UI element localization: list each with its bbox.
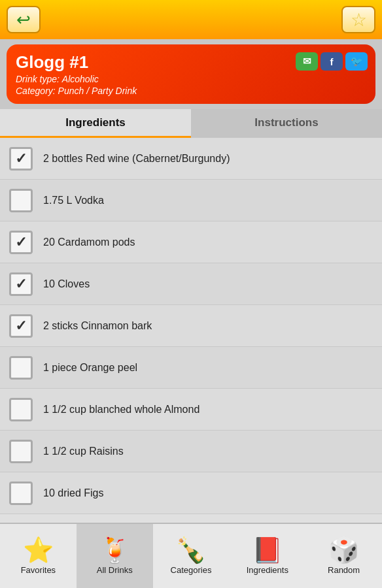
back-button[interactable]: ↩ <box>7 6 41 33</box>
all-drinks-nav-label: All Drinks <box>97 565 133 575</box>
ingredient-checkbox[interactable]: ✓ <box>9 147 33 171</box>
checkmark-icon: ✓ <box>15 152 27 166</box>
nav-item-favorites[interactable]: ⭐ Favorites <box>0 524 77 588</box>
ingredient-text: 10 Cloves <box>43 278 90 290</box>
ingredient-text: 2 bottles Red wine (Cabernet/Burgundy) <box>43 153 230 165</box>
ingredient-checkbox[interactable] <box>9 440 33 463</box>
nav-item-ingredients-nav[interactable]: 📕 Ingredients <box>229 524 305 588</box>
ingredient-checkbox[interactable]: ✓ <box>9 231 33 254</box>
social-icons-group: ✉ f 🐦 <box>296 52 368 71</box>
twitter-share-button[interactable]: 🐦 <box>345 52 368 71</box>
favorites-nav-label: Favorites <box>21 565 56 575</box>
ingredient-checkbox[interactable] <box>9 398 33 421</box>
ingredient-checkbox[interactable] <box>9 356 33 380</box>
ingredients-nav-nav-label: Ingredients <box>247 565 288 575</box>
ingredient-text: 1 1/2 cup blanched whole Almond <box>43 404 200 416</box>
drink-category-meta: Category: Punch / Party Drink <box>16 86 366 96</box>
ingredient-item[interactable]: ✓ 2 sticks Cinnamon bark <box>0 305 382 347</box>
ingredients-nav-nav-icon: 📕 <box>252 538 283 563</box>
ingredient-checkbox[interactable]: ✓ <box>9 314 33 338</box>
top-bar: ↩ ☆ <box>0 0 382 39</box>
nav-item-random[interactable]: 🎲 Random <box>305 524 382 588</box>
facebook-share-button[interactable]: f <box>321 52 343 71</box>
ingredient-text: 10 dried Figs <box>43 487 104 499</box>
drink-header-card: Glogg #1 Drink type: Alcoholic Category:… <box>7 44 375 104</box>
ingredient-text: 20 Cardamom pods <box>43 237 135 248</box>
ingredient-text: 1 piece Orange peel <box>43 362 137 374</box>
ingredient-checkbox[interactable] <box>9 482 33 505</box>
tab-instructions[interactable]: Instructions <box>191 109 382 138</box>
ingredient-item[interactable]: ✓ 10 Cloves <box>0 263 382 305</box>
ingredient-item[interactable]: 1 1/2 cup blanched whole Almond <box>0 389 382 431</box>
drink-type-label: Drink type: <box>16 74 60 84</box>
ingredients-list: ✓ 2 bottles Red wine (Cabernet/Burgundy)… <box>0 138 382 530</box>
favorites-nav-icon: ⭐ <box>23 538 54 563</box>
category-value: Punch / Party Drink <box>58 86 137 96</box>
categories-nav-icon: 🍾 <box>175 538 206 563</box>
category-label: Category: <box>16 86 56 96</box>
checkmark-icon: ✓ <box>15 235 27 250</box>
all-drinks-nav-icon: 🍹 <box>99 538 130 563</box>
tab-bar: Ingredients Instructions <box>0 109 382 138</box>
back-icon: ↩ <box>16 10 31 30</box>
ingredient-item[interactable]: 10 dried Figs <box>0 472 382 514</box>
ingredient-text: 2 sticks Cinnamon bark <box>43 320 152 332</box>
ingredient-item[interactable]: 1.75 L Vodka <box>0 180 382 221</box>
categories-nav-label: Categories <box>171 565 212 575</box>
favorite-button[interactable]: ☆ <box>341 6 375 33</box>
ingredient-item[interactable]: ✓ 2 bottles Red wine (Cabernet/Burgundy) <box>0 138 382 180</box>
drink-type-meta: Drink type: Alcoholic <box>16 74 366 84</box>
ingredient-text: 1 1/2 cup Raisins <box>43 446 124 457</box>
ingredient-item[interactable]: 1 piece Orange peel <box>0 347 382 389</box>
bottom-nav-bar: ⭐ Favorites 🍹 All Drinks 🍾 Categories 📕 … <box>0 523 382 588</box>
favorite-star-icon: ☆ <box>351 9 367 31</box>
ingredient-checkbox[interactable]: ✓ <box>9 272 33 296</box>
random-nav-label: Random <box>328 565 360 575</box>
ingredient-checkbox[interactable] <box>9 189 33 212</box>
ingredient-item[interactable]: ✓ 20 Cardamom pods <box>0 221 382 263</box>
checkmark-icon: ✓ <box>15 277 27 291</box>
tab-ingredients[interactable]: Ingredients <box>0 109 191 138</box>
nav-item-all-drinks[interactable]: 🍹 All Drinks <box>77 524 153 588</box>
nav-item-categories[interactable]: 🍾 Categories <box>153 524 230 588</box>
email-share-button[interactable]: ✉ <box>296 52 318 71</box>
drink-type-value: Alcoholic <box>62 74 99 84</box>
ingredient-item[interactable]: 1 1/2 cup Raisins <box>0 431 382 472</box>
random-nav-icon: 🎲 <box>328 538 359 563</box>
checkmark-icon: ✓ <box>15 319 27 333</box>
ingredient-text: 1.75 L Vodka <box>43 195 104 206</box>
